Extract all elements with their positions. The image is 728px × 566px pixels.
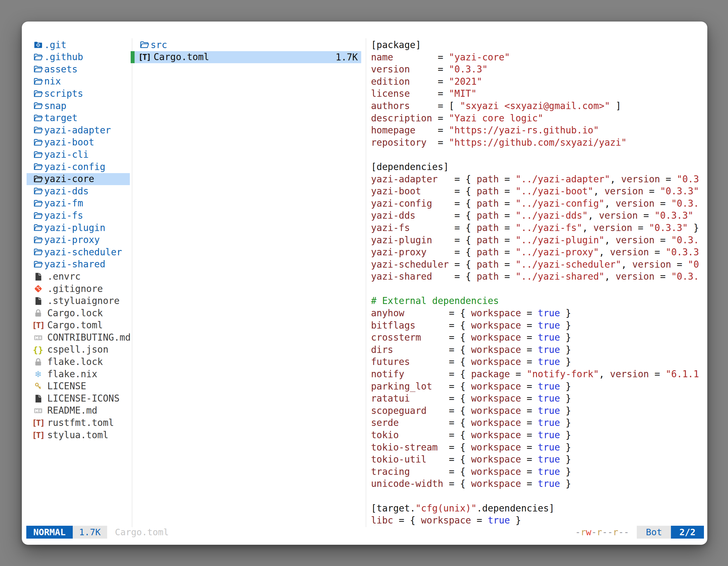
item-label: src [151, 40, 167, 50]
nix-icon: ❄ [33, 368, 43, 380]
code-line: edition = "2021" [371, 76, 704, 88]
file-item-README.md[interactable]: README.md [27, 405, 130, 417]
current-pane: src[T]Cargo.toml1.7K [132, 39, 366, 63]
code-line: authors = [ "sxyazi <sxyazi@gmail.com>" … [371, 100, 704, 112]
file-item-cspell.json[interactable]: {}cspell.json [27, 344, 130, 356]
code-line: yazi-fs = { path = "../yazi-fs", version… [371, 222, 704, 234]
dir-item-nix[interactable]: nix [27, 76, 130, 88]
item-label: .gitignore [47, 284, 103, 294]
file-item-rustfmt.toml[interactable]: [T]rustfmt.toml [27, 417, 130, 429]
code-line: version = "0.3.3" [371, 63, 704, 76]
file-item-.styluaignore[interactable]: .styluaignore [27, 295, 130, 307]
folder-icon [33, 198, 43, 209]
item-label: yazi-boot [44, 137, 94, 147]
code-line: name = "yazi-core" [371, 51, 704, 64]
code-line: anyhow = { workspace = true } [371, 307, 704, 319]
item-label: stylua.toml [47, 430, 109, 440]
item-label: LICENSE-ICONS [47, 393, 119, 403]
toml-icon: [T] [33, 429, 43, 441]
item-label: yazi-scheduler [44, 247, 122, 257]
item-label: yazi-fs [44, 211, 83, 221]
item-size: 1.7K [336, 52, 361, 63]
item-label: target [44, 113, 78, 123]
folder-icon [33, 173, 43, 185]
dir-item-yazi-fs[interactable]: yazi-fs [27, 210, 130, 222]
item-label: .github [44, 52, 83, 62]
dir-item-src[interactable]: src [132, 39, 361, 51]
item-label: yazi-shared [44, 259, 105, 269]
code-line: yazi-dds = { path = "../yazi-dds", versi… [371, 210, 704, 222]
dir-item-snap[interactable]: snap [27, 100, 130, 112]
preview-pane[interactable]: [package]name = "yazi-core"version = "0.… [371, 39, 704, 527]
code-line: tokio-stream = { workspace = true } [371, 441, 704, 454]
file-item-Cargo.toml[interactable]: [T]Cargo.toml1.7K [132, 51, 361, 64]
dir-item-target[interactable]: target [27, 112, 130, 125]
file-item-LICENSE[interactable]: LICENSE [27, 380, 130, 393]
toml-icon: [T] [33, 319, 43, 331]
json-icon: {} [33, 344, 43, 355]
folder-icon [33, 100, 43, 112]
folder-icon [33, 125, 43, 136]
folder-icon [33, 112, 43, 124]
code-line: unicode-width = { workspace = true } [371, 478, 704, 490]
document-icon [33, 393, 43, 404]
parent-pane: .git.githubassetsnixscriptssnaptargetyaz… [27, 39, 132, 441]
code-line: bitflags = { workspace = true } [371, 319, 704, 332]
code-line: license = "MIT" [371, 88, 704, 100]
code-line [371, 283, 704, 295]
folder-icon [33, 210, 43, 221]
folder-icon [33, 64, 43, 75]
code-line: serde = { workspace = true } [371, 417, 704, 429]
dir-item-yazi-scheduler[interactable]: yazi-scheduler [27, 246, 130, 259]
code-line: tracing = { workspace = true } [371, 466, 704, 478]
dir-item-yazi-plugin[interactable]: yazi-plugin [27, 222, 130, 234]
file-index-badge: 2/2 [671, 526, 704, 539]
item-label: yazi-cli [44, 150, 89, 160]
dir-item-yazi-boot[interactable]: yazi-boot [27, 137, 130, 149]
code-line: libc = { workspace = true } [371, 514, 704, 527]
folder-icon [33, 161, 43, 173]
markdown-icon [33, 332, 43, 343]
item-label: yazi-core [44, 174, 94, 184]
item-label: yazi-fm [44, 198, 83, 208]
status-bar-right: -rw-r--r-- Bot 2/2 [575, 526, 704, 539]
dir-item-yazi-shared[interactable]: yazi-shared [27, 259, 130, 271]
item-label: .envrc [47, 272, 81, 282]
dir-item-.git[interactable]: .git [27, 39, 130, 51]
file-item-.gitignore[interactable]: .gitignore [27, 283, 130, 295]
folder-icon [33, 137, 43, 148]
dir-item-assets[interactable]: assets [27, 63, 130, 76]
code-line: [package] [371, 39, 704, 51]
code-line: tokio = { workspace = true } [371, 429, 704, 441]
file-item-Cargo.lock[interactable]: Cargo.lock [27, 307, 130, 319]
dir-item-yazi-adapter[interactable]: yazi-adapter [27, 124, 130, 137]
file-item-.envrc[interactable]: .envrc [27, 271, 130, 283]
file-item-Cargo.toml[interactable]: [T]Cargo.toml [27, 319, 130, 332]
item-label: Cargo.toml [154, 52, 209, 62]
dir-item-yazi-core[interactable]: yazi-core [27, 173, 130, 186]
document-icon [33, 295, 43, 306]
item-label: assets [44, 64, 78, 74]
code-line: yazi-proxy = { path = "../yazi-proxy", v… [371, 246, 704, 259]
status-filename: Cargo.toml [115, 527, 169, 537]
dir-item-yazi-dds[interactable]: yazi-dds [27, 185, 130, 198]
scroll-position-badge: Bot [637, 526, 671, 539]
folder-icon [33, 51, 43, 63]
dir-item-yazi-cli[interactable]: yazi-cli [27, 149, 130, 161]
dir-item-scripts[interactable]: scripts [27, 88, 130, 100]
dir-item-yazi-fm[interactable]: yazi-fm [27, 198, 130, 210]
file-item-CONTRIBUTING.md[interactable]: CONTRIBUTING.md [27, 331, 130, 344]
dir-item-yazi-config[interactable]: yazi-config [27, 161, 130, 173]
dir-item-.github[interactable]: .github [27, 51, 130, 64]
code-line: futures = { workspace = true } [371, 356, 704, 368]
item-label: Cargo.toml [47, 320, 103, 330]
document-icon [33, 271, 43, 282]
folder-icon [33, 76, 43, 87]
lock-icon [33, 307, 43, 319]
file-item-LICENSE-ICONS[interactable]: LICENSE-ICONS [27, 392, 130, 405]
dir-item-yazi-proxy[interactable]: yazi-proxy [27, 234, 130, 247]
item-label: yazi-plugin [44, 223, 105, 233]
file-item-stylua.toml[interactable]: [T]stylua.toml [27, 429, 130, 441]
file-item-flake.lock[interactable]: flake.lock [27, 356, 130, 368]
file-item-flake.nix[interactable]: ❄flake.nix [27, 368, 130, 380]
